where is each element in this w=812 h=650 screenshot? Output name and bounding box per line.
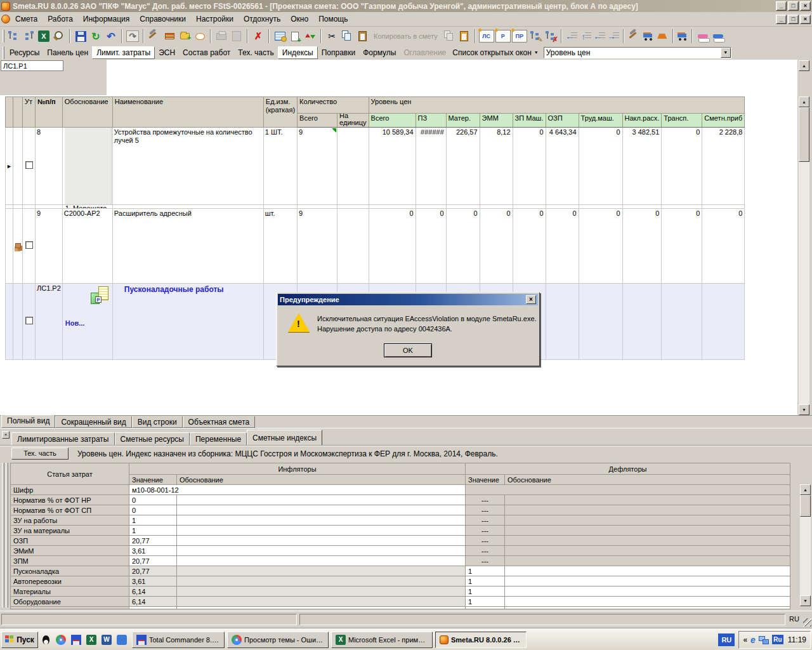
close-button[interactable]: × bbox=[800, 1, 811, 11]
menu-otdohnut[interactable]: Отдохнуть bbox=[239, 13, 285, 25]
menu-pomosch[interactable]: Помощь bbox=[313, 13, 353, 25]
row-checkbox[interactable] bbox=[25, 161, 33, 169]
menu-spravochniki[interactable]: Справочники bbox=[134, 13, 191, 25]
paste-to-estimate-icon[interactable] bbox=[457, 29, 472, 44]
cell-unit[interactable]: шт. bbox=[263, 209, 297, 284]
cell-num[interactable]: 8 bbox=[36, 128, 63, 205]
menu-nastroyki[interactable]: Настройки bbox=[191, 13, 239, 25]
subsection-button[interactable]: ПР bbox=[512, 30, 527, 43]
child-close-button[interactable]: × bbox=[800, 15, 811, 24]
cell-basis[interactable] bbox=[62, 128, 112, 205]
panel-grip[interactable] bbox=[6, 463, 8, 607]
add-doc-icon[interactable]: + bbox=[287, 29, 303, 44]
section-new-label[interactable]: Нов... bbox=[65, 319, 85, 328]
tray-ie-icon[interactable]: e bbox=[750, 635, 756, 645]
tab-limitirovannye-zatraty[interactable]: Лимитированные затраты bbox=[11, 432, 115, 445]
tab-peremennye[interactable]: Переменные bbox=[190, 432, 247, 445]
panel-scrollbar[interactable]: ▲ ▼ bbox=[800, 484, 811, 606]
cell-basis[interactable]: C2000-АР2 bbox=[62, 209, 112, 284]
tab-indeksy[interactable]: Индексы bbox=[278, 46, 318, 59]
edit-tree-icon[interactable]: ✎ bbox=[528, 29, 543, 44]
tab-limit-zatraty[interactable]: Лимит. затраты bbox=[92, 46, 155, 59]
scroll-down-button[interactable]: ▼ bbox=[799, 404, 809, 415]
row-checkbox[interactable] bbox=[25, 317, 33, 324]
tab-formuly[interactable]: Формулы bbox=[359, 46, 400, 59]
cut-icon[interactable]: ✂ bbox=[324, 29, 339, 44]
tab-panel-cen[interactable]: Панель цен bbox=[43, 46, 92, 59]
tray-lang-icon[interactable]: Ru bbox=[772, 635, 783, 644]
panel-grip[interactable] bbox=[2, 463, 4, 607]
menu-smeta[interactable]: Смета bbox=[10, 13, 43, 25]
restore-button[interactable]: □ bbox=[788, 1, 799, 11]
row-checkbox[interactable] bbox=[25, 241, 33, 249]
tab-vid-stroki[interactable]: Вид строки bbox=[132, 416, 183, 428]
dialog-close-button[interactable]: × bbox=[526, 295, 536, 304]
works-icon[interactable] bbox=[147, 29, 162, 44]
delete-icon[interactable]: ✗ bbox=[251, 29, 266, 44]
scroll-up-button[interactable]: ▲ bbox=[799, 60, 809, 71]
outdent-icon[interactable]: ← bbox=[565, 30, 579, 43]
cell-qty[interactable]: 9 bbox=[298, 209, 337, 284]
comment-icon[interactable] bbox=[192, 29, 207, 44]
paste-icon[interactable] bbox=[355, 29, 370, 44]
taskbar-excel-button[interactable]: X Microsoft Excel - пример... bbox=[331, 632, 433, 648]
scroll-down-button[interactable]: ▼ bbox=[800, 595, 811, 606]
excel-export-icon[interactable]: X bbox=[36, 29, 51, 44]
taskbar-smeta-button[interactable]: Smeta.RU 8.0.0.26 3... bbox=[435, 632, 527, 648]
search-icon[interactable] bbox=[51, 29, 67, 44]
scrollbar-thumb[interactable] bbox=[799, 107, 809, 162]
undo-icon[interactable]: ↶ bbox=[103, 29, 119, 44]
book-pink-icon[interactable] bbox=[695, 29, 710, 44]
local-estimate-button[interactable]: ЛС bbox=[479, 30, 494, 43]
tab-resursy[interactable]: Ресурсы bbox=[6, 46, 43, 59]
quicklaunch-tux-icon[interactable] bbox=[39, 633, 53, 647]
delete-tree-icon[interactable]: ✗ bbox=[543, 29, 558, 44]
taskbar-browser-button[interactable]: Просмотр темы - Ошиб... bbox=[227, 632, 329, 648]
tab-sostav-rabot[interactable]: Состав работ bbox=[179, 46, 234, 59]
quicklaunch-totalcommander-icon[interactable] bbox=[69, 633, 83, 647]
open-windows-dropdown[interactable]: Список открытых окон ▼ bbox=[450, 48, 540, 57]
section-code[interactable]: ЛС1.Р2 bbox=[36, 284, 63, 360]
indent-icon[interactable]: → bbox=[606, 30, 620, 43]
delivery-truck-icon[interactable] bbox=[676, 30, 689, 42]
tab-tech-chast[interactable]: Тех. часть bbox=[234, 46, 277, 59]
ok-button[interactable]: OK bbox=[384, 343, 432, 357]
tab-obektnaya-smeta[interactable]: Объектная смета bbox=[183, 416, 256, 428]
tab-popravki[interactable]: Поправки bbox=[318, 46, 359, 59]
tab-polny-vid[interactable]: Полный вид bbox=[1, 415, 55, 428]
save-icon[interactable] bbox=[73, 29, 88, 44]
scrollbar-thumb[interactable] bbox=[800, 495, 811, 517]
tab-smetnye-indeksy[interactable]: Сметные индексы bbox=[247, 430, 322, 445]
resize-grip[interactable] bbox=[803, 618, 811, 627]
menu-rabota[interactable]: Работа bbox=[43, 13, 78, 25]
quicklaunch-chrome-icon[interactable] bbox=[54, 633, 68, 647]
child-restore-button[interactable]: □ bbox=[788, 15, 799, 24]
tab-sokraschenny-vid[interactable]: Сокращенный вид bbox=[55, 416, 131, 428]
taskbar-totalcommander-button[interactable]: Total Commander 8.0 - B... bbox=[132, 632, 225, 648]
menu-okno[interactable]: Окно bbox=[285, 13, 313, 25]
price-level-combobox[interactable]: Уровень цен ▼ bbox=[544, 47, 731, 58]
refresh-icon[interactable]: ↻ bbox=[88, 29, 103, 44]
quicklaunch-word-icon[interactable]: W bbox=[100, 633, 114, 647]
price-panel-icon[interactable] bbox=[272, 29, 287, 44]
quicklaunch-live-icon[interactable] bbox=[115, 633, 129, 647]
tray-network-icon[interactable] bbox=[759, 635, 769, 644]
move-up-icon[interactable]: ↑ bbox=[579, 30, 593, 43]
cell-unit[interactable]: 1 ШТ. bbox=[263, 128, 297, 205]
start-button[interactable]: Пуск bbox=[1, 632, 38, 648]
truck-icon[interactable] bbox=[642, 30, 655, 42]
materials-icon[interactable] bbox=[162, 29, 177, 44]
dialog-title-bar[interactable]: Предупреждение × bbox=[278, 294, 538, 305]
minimize-button[interactable]: _ bbox=[776, 1, 787, 11]
tab-esn[interactable]: ЭСН bbox=[155, 46, 179, 59]
tech-chast-button[interactable]: Тех. часть bbox=[11, 448, 69, 460]
cell-name[interactable]: Расширитель адресный bbox=[112, 209, 263, 284]
document-tab[interactable]: ЛС1.Р1 bbox=[1, 60, 63, 71]
bricks-pile-icon[interactable] bbox=[655, 29, 670, 44]
main-scrollbar[interactable]: ▲ ▼ bbox=[799, 96, 809, 415]
scroll-up-button[interactable]: ▲ bbox=[799, 96, 809, 107]
child-minimize-button[interactable]: _ bbox=[776, 15, 787, 24]
quicklaunch-excel-icon[interactable]: X bbox=[84, 633, 98, 647]
hammer-icon[interactable] bbox=[627, 29, 642, 44]
tab-smetnye-resursy[interactable]: Сметные ресурсы bbox=[115, 432, 190, 445]
